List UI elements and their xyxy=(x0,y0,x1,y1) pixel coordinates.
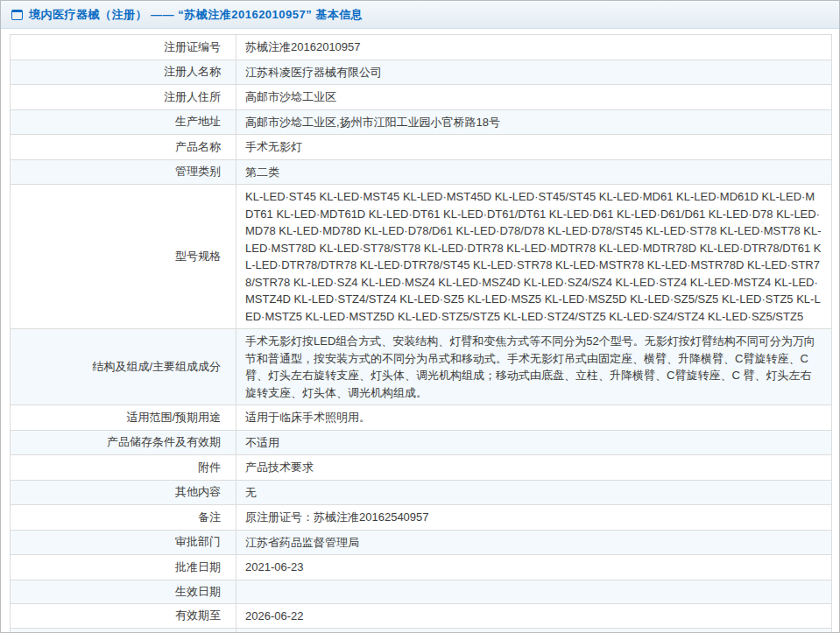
row-label: 有效期至 xyxy=(11,603,236,629)
row-value: 江苏省药品监督管理局 xyxy=(236,530,832,555)
row-value: 原注册证号：苏械注准20162540957 xyxy=(236,505,832,531)
row-label: 产品储存条件及有效期 xyxy=(11,430,236,455)
row-value: 江苏科凌医疗器械有限公司 xyxy=(236,60,832,85)
table-row: 变更情况 xyxy=(11,629,832,633)
row-value: 手术无影灯 xyxy=(236,135,832,160)
row-value: KL-LED·ST45 KL-LED·MST45 KL-LED·MST45D K… xyxy=(236,185,832,329)
page-header: 境内医疗器械（注册） —— “苏械注准20162010957” 基本信息 xyxy=(1,1,839,29)
table-row: 型号规格KL-LED·ST45 KL-LED·MST45 KL-LED·MST4… xyxy=(11,185,832,329)
row-value: 第二类 xyxy=(236,159,832,185)
row-label: 变更情况 xyxy=(11,629,236,633)
row-label: 管理类别 xyxy=(11,159,236,185)
table-row: 注册人住所高邮市沙埝工业区 xyxy=(11,85,832,110)
row-value: 无 xyxy=(236,480,832,505)
row-label: 生效日期 xyxy=(11,580,236,603)
table-row: 注册证编号苏械注准20162010957 xyxy=(11,35,832,60)
row-value: 手术无影灯按LED组合方式、安装结构、灯臂和变焦方式等不同分为52个型号。无影灯… xyxy=(236,329,832,405)
row-value: 不适用 xyxy=(236,430,832,455)
table-row: 备注原注册证号：苏械注准20162540957 xyxy=(11,505,832,531)
table-row: 审批部门江苏省药品监督管理局 xyxy=(11,530,832,555)
table-row: 其他内容无 xyxy=(11,480,832,505)
page-title: 境内医疗器械（注册） —— “苏械注准20162010957” 基本信息 xyxy=(29,7,363,23)
row-label: 注册证编号 xyxy=(11,35,236,60)
row-label: 注册人住所 xyxy=(11,85,236,110)
row-value: 2026-06-22 xyxy=(236,603,832,629)
registration-info-page: { "header": { "title": "境内医疗器械（注册） —— “苏… xyxy=(0,0,840,633)
row-value: 2021-06-23 xyxy=(236,555,832,580)
table-row: 管理类别第二类 xyxy=(11,159,832,185)
row-label: 其他内容 xyxy=(11,480,236,505)
table-row: 生产地址高邮市沙埝工业区,扬州市江阳工业园小官桥路18号 xyxy=(11,109,832,135)
row-label: 产品名称 xyxy=(11,135,236,160)
row-value: 适用于临床手术照明用。 xyxy=(236,405,832,431)
table-row: 附件产品技术要求 xyxy=(11,455,832,481)
row-label: 审批部门 xyxy=(11,530,236,555)
table-row: 产品名称手术无影灯 xyxy=(11,135,832,160)
row-value: 高邮市沙埝工业区 xyxy=(236,85,832,110)
table-row: 生效日期 xyxy=(11,580,832,603)
row-value: 苏械注准20162010957 xyxy=(236,35,832,60)
row-label: 生产地址 xyxy=(11,109,236,135)
registration-info-table: 注册证编号苏械注准20162010957注册人名称江苏科凌医疗器械有限公司注册人… xyxy=(10,34,832,633)
row-value xyxy=(236,580,832,603)
row-label: 型号规格 xyxy=(11,185,236,329)
table-row: 批准日期2021-06-23 xyxy=(11,555,832,580)
table-row: 注册人名称江苏科凌医疗器械有限公司 xyxy=(11,60,832,85)
info-table-body: 注册证编号苏械注准20162010957注册人名称江苏科凌医疗器械有限公司注册人… xyxy=(11,35,832,633)
row-label: 附件 xyxy=(11,455,236,481)
table-row: 产品储存条件及有效期不适用 xyxy=(11,430,832,455)
row-label: 批准日期 xyxy=(11,555,236,580)
table-row: 有效期至2026-06-22 xyxy=(11,603,832,629)
row-label: 适用范围/预期用途 xyxy=(11,405,236,431)
row-label: 注册人名称 xyxy=(11,60,236,85)
window-icon xyxy=(11,10,23,20)
row-value: 高邮市沙埝工业区,扬州市江阳工业园小官桥路18号 xyxy=(236,109,832,135)
row-label: 结构及组成/主要组成成分 xyxy=(11,329,236,405)
row-value xyxy=(236,629,832,633)
row-label: 备注 xyxy=(11,505,236,531)
row-value: 产品技术要求 xyxy=(236,455,832,481)
table-row: 适用范围/预期用途适用于临床手术照明用。 xyxy=(11,405,832,431)
table-row: 结构及组成/主要组成成分手术无影灯按LED组合方式、安装结构、灯臂和变焦方式等不… xyxy=(11,329,832,405)
